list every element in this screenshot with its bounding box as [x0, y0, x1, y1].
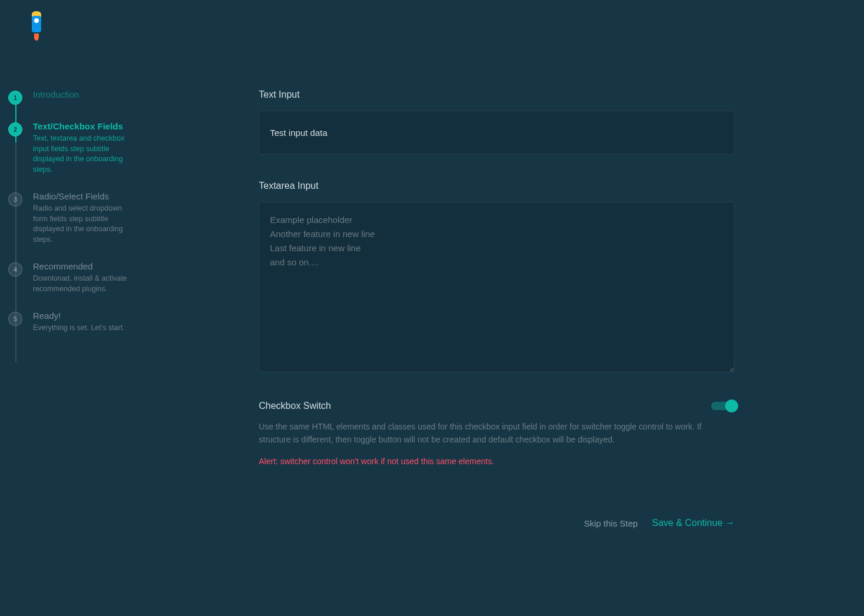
step-introduction[interactable]: 1 Introduction — [8, 89, 141, 105]
form-footer: Skip this Step Save & Continue → — [259, 518, 735, 528]
text-input-label: Text Input — [259, 89, 735, 100]
checkbox-switch-description: Use the same HTML elements and classes u… — [259, 421, 735, 446]
skip-step-button[interactable]: Skip this Step — [584, 518, 638, 528]
step-subtitle: Everything is set. Let's start. — [33, 323, 125, 334]
toggle-knob — [725, 399, 738, 412]
checkbox-switch-group: Checkbox Switch Use the same HTML elemen… — [259, 401, 735, 466]
step-title: Introduction — [33, 89, 79, 99]
textarea-input-field[interactable] — [259, 202, 735, 372]
step-recommended[interactable]: 4 Recommended Downlonad, install & activ… — [8, 261, 141, 294]
step-title: Ready! — [33, 311, 125, 321]
step-number: 3 — [8, 192, 22, 207]
textarea-input-label: Textarea Input — [259, 181, 735, 191]
text-input-field[interactable] — [259, 111, 735, 155]
step-title: Radio/Select Fields — [33, 191, 127, 201]
step-number: 5 — [8, 312, 22, 326]
rocket-icon — [29, 11, 44, 41]
step-subtitle: Radio and select dropdown form fields st… — [33, 204, 127, 245]
content-area: 1 Introduction 2 Text/Checkbox Fields Te… — [0, 52, 864, 528]
step-subtitle: Text, textarea and checkbox input fields… — [33, 134, 127, 175]
step-number: 2 — [8, 122, 22, 136]
app-header — [0, 0, 864, 52]
step-subtitle: Downlonad, install & activate recommende… — [33, 274, 127, 294]
step-number: 1 — [8, 91, 22, 105]
step-radio-select-fields[interactable]: 3 Radio/Select Fields Radio and select d… — [8, 191, 141, 245]
text-input-group: Text Input — [259, 89, 735, 155]
checkbox-switch-label: Checkbox Switch — [259, 401, 331, 411]
step-ready[interactable]: 5 Ready! Everything is set. Let's start. — [8, 311, 141, 334]
form-panel: Text Input Textarea Input Checkbox Switc… — [141, 89, 864, 528]
checkbox-switch-toggle[interactable] — [711, 402, 735, 410]
step-number: 4 — [8, 262, 22, 277]
checkbox-switch-alert: Alert: switcher control won't work if no… — [259, 457, 735, 466]
step-title: Text/Checkbox Fields — [33, 121, 127, 131]
step-title: Recommended — [33, 261, 127, 271]
textarea-input-group: Textarea Input — [259, 181, 735, 375]
onboarding-steps-sidebar: 1 Introduction 2 Text/Checkbox Fields Te… — [0, 89, 141, 528]
step-text-checkbox-fields[interactable]: 2 Text/Checkbox Fields Text, textarea an… — [8, 121, 141, 175]
save-continue-button[interactable]: Save & Continue → — [652, 518, 735, 528]
